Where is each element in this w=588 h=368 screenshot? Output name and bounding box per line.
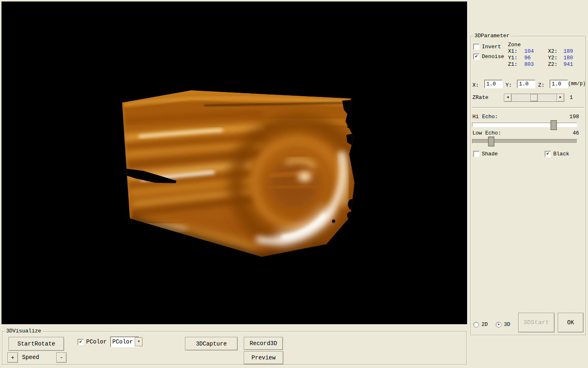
speed-label: Speed <box>22 354 39 361</box>
parameter-title: 3DParameter <box>473 33 511 39</box>
record3d-button[interactable]: Record3D <box>244 337 283 350</box>
shade-checkbox-box[interactable] <box>473 151 479 157</box>
3dcapture-button[interactable]: 3DCapture <box>185 337 238 350</box>
pcolor-dropdown[interactable]: PColor ▼ <box>110 337 139 347</box>
zone-row-y: Y1: 96 Y2: 180 <box>508 55 584 61</box>
zrate-right-arrow-icon[interactable]: ► <box>557 94 564 102</box>
black-label: Black <box>553 151 569 157</box>
zone-x1-label: X1: <box>508 48 524 54</box>
low-echo-thumb[interactable] <box>488 137 494 146</box>
black-checkbox[interactable]: ✔ Black <box>545 151 569 157</box>
ok-button[interactable]: OK <box>558 313 584 332</box>
3d-viewport[interactable] <box>1 1 468 325</box>
zrate-thumb[interactable] <box>530 94 538 101</box>
radio-2d-label: 2D <box>481 321 488 328</box>
scale-unit-label: (mm/p) <box>568 81 586 87</box>
zrate-label: ZRate <box>472 94 488 101</box>
speed-plus-button[interactable]: + <box>7 352 18 363</box>
volume-render <box>2 2 467 324</box>
zone-row-z: Z1: 803 Z2: 941 <box>508 61 584 67</box>
zone-x1-value: 104 <box>524 48 548 54</box>
pcolor-checkbox-box[interactable]: ✔ <box>78 339 84 345</box>
check-mark-icon: ✔ <box>475 54 478 59</box>
radio-2d-circle[interactable] <box>473 322 479 328</box>
zone-z1-value: 803 <box>524 61 548 67</box>
hi-echo-track[interactable] <box>472 123 577 127</box>
zone-y2-label: Y2: <box>548 55 564 61</box>
pcolor-checkbox[interactable]: ✔ PColor <box>78 339 107 345</box>
x-scale-label: X: <box>472 82 479 88</box>
zrate-track[interactable] <box>512 94 557 102</box>
denoise-label: Denoise <box>482 54 504 60</box>
zone-y1-label: Y1: <box>508 55 524 61</box>
hi-echo-thumb[interactable] <box>551 120 557 130</box>
invert-checkbox[interactable]: Invert <box>473 44 501 50</box>
start-rotate-button[interactable]: StartRotate <box>9 337 64 351</box>
black-checkbox-box[interactable]: ✔ <box>545 151 551 157</box>
preview-button[interactable]: Preview <box>244 351 283 364</box>
low-echo-value: 46 <box>572 130 579 136</box>
invert-label: Invert <box>482 44 501 50</box>
visualize-groupbox: 3DVisualize StartRotate + Speed - ✔ PCol… <box>2 331 467 365</box>
zrate-scrollbar[interactable]: ◄ ► <box>504 94 564 101</box>
radio-3d-label: 3D <box>504 321 510 328</box>
separator <box>472 107 584 109</box>
invert-checkbox-box[interactable] <box>473 44 479 50</box>
y-scale-input[interactable] <box>517 80 535 88</box>
low-echo-label: Low Echo: <box>472 130 501 136</box>
dropdown-arrow-icon[interactable]: ▼ <box>135 337 143 346</box>
parameter-groupbox: 3DParameter Invert ✔ Denoise Zone X1: 10… <box>470 36 586 335</box>
zone-z2-label: Z2: <box>548 61 564 67</box>
zone-x2-value: 189 <box>564 48 584 54</box>
radio-3d-circle[interactable]: ● <box>496 322 501 328</box>
hi-echo-slider[interactable] <box>472 120 577 130</box>
hi-echo-label: Hi Echo: <box>472 114 498 120</box>
zone-label: Zone <box>508 42 521 48</box>
zone-z2-value: 941 <box>564 61 584 67</box>
check-mark-icon: ✔ <box>546 152 549 156</box>
zrate-value: 1 <box>570 94 573 101</box>
speed-minus-button[interactable]: - <box>56 352 67 363</box>
3dstart-button[interactable]: 3DStart <box>518 313 555 332</box>
zone-y1-value: 96 <box>524 55 548 61</box>
x-scale-input[interactable] <box>484 80 503 88</box>
shade-checkbox[interactable]: Shade <box>473 151 498 157</box>
zone-y2-value: 180 <box>564 55 584 61</box>
check-mark-icon: ✔ <box>79 340 82 344</box>
z-scale-label: Z: <box>538 82 545 88</box>
app-window: { "colors": { "window_bg": "#ece9d8", "v… <box>0 0 588 368</box>
z-scale-input[interactable] <box>550 80 568 88</box>
radio-dot-icon: ● <box>498 323 499 326</box>
zone-row-x: X1: 104 X2: 189 <box>508 48 584 54</box>
shade-label: Shade <box>482 151 498 157</box>
denoise-checkbox[interactable]: ✔ Denoise <box>473 54 504 60</box>
radio-2d[interactable]: 2D <box>473 321 488 328</box>
denoise-checkbox-box[interactable]: ✔ <box>473 54 479 60</box>
zone-z1-label: Z1: <box>508 61 524 67</box>
pcolor-dropdown-value: PColor <box>111 339 134 345</box>
zrate-left-arrow-icon[interactable]: ◄ <box>504 94 512 102</box>
radio-3d[interactable]: ● 3D <box>496 321 510 328</box>
zone-x2-label: X2: <box>548 48 564 54</box>
visualize-title: 3DVisualize <box>5 328 42 334</box>
y-scale-label: Y: <box>506 82 512 88</box>
hi-echo-value: 198 <box>570 114 579 120</box>
pcolor-label: PColor <box>86 339 107 345</box>
low-echo-slider[interactable] <box>472 136 577 146</box>
